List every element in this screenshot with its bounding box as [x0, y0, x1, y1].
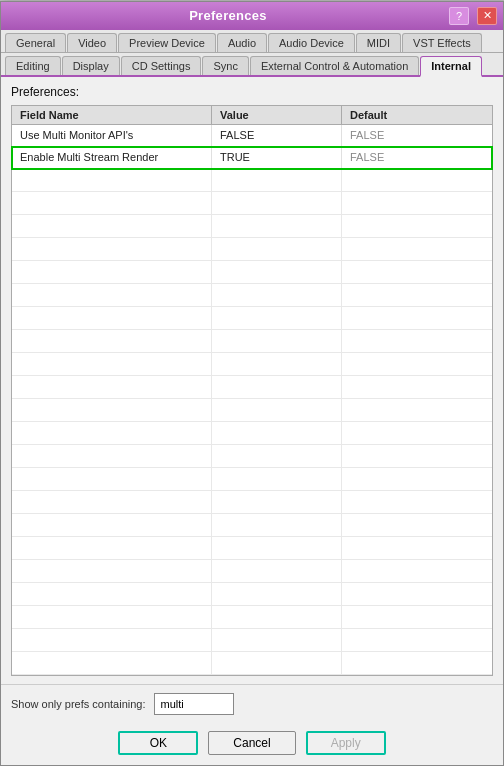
window-title: Preferences: [189, 8, 267, 23]
cell-value-1: TRUE: [212, 147, 342, 168]
tabs-row1: General Video Preview Device Audio Audio…: [1, 30, 503, 53]
tab-display[interactable]: Display: [62, 56, 120, 75]
empty-row: [12, 215, 492, 238]
empty-row: [12, 376, 492, 399]
table-body: Use Multi Monitor API's FALSE FALSE Enab…: [12, 125, 492, 675]
empty-row: [12, 353, 492, 376]
ok-button[interactable]: OK: [118, 731, 198, 755]
cancel-button[interactable]: Cancel: [208, 731, 295, 755]
table-header: Field Name Value Default: [12, 106, 492, 125]
apply-button[interactable]: Apply: [306, 731, 386, 755]
empty-row: [12, 330, 492, 353]
empty-row: [12, 399, 492, 422]
empty-row: [12, 192, 492, 215]
tab-general[interactable]: General: [5, 33, 66, 52]
tab-audio-device[interactable]: Audio Device: [268, 33, 355, 52]
tab-vst-effects[interactable]: VST Effects: [402, 33, 482, 52]
bottom-bar: Show only prefs containing:: [1, 684, 503, 723]
tab-sync[interactable]: Sync: [202, 56, 248, 75]
cell-default-0: FALSE: [342, 125, 492, 146]
tabs-row2: Editing Display CD Settings Sync Externa…: [1, 53, 503, 77]
empty-row: [12, 583, 492, 606]
preferences-window: Preferences ? ✕ General Video Preview De…: [0, 1, 504, 766]
empty-row: [12, 468, 492, 491]
empty-row: [12, 445, 492, 468]
tab-midi[interactable]: MIDI: [356, 33, 401, 52]
empty-row: [12, 652, 492, 675]
section-label: Preferences:: [11, 85, 493, 99]
empty-row: [12, 307, 492, 330]
empty-row: [12, 560, 492, 583]
empty-row: [12, 606, 492, 629]
empty-row: [12, 629, 492, 652]
cell-field-0: Use Multi Monitor API's: [12, 125, 212, 146]
empty-row: [12, 537, 492, 560]
empty-row: [12, 261, 492, 284]
empty-row: [12, 491, 492, 514]
tab-external-control[interactable]: External Control & Automation: [250, 56, 419, 75]
header-default: Default: [342, 106, 492, 124]
show-prefs-label: Show only prefs containing:: [11, 698, 146, 710]
cell-field-1: Enable Multi Stream Render: [12, 147, 212, 168]
help-button[interactable]: ?: [449, 7, 469, 25]
table-row[interactable]: Enable Multi Stream Render TRUE FALSE: [12, 147, 492, 169]
empty-row: [12, 422, 492, 445]
cell-default-1: FALSE: [342, 147, 492, 168]
tab-cd-settings[interactable]: CD Settings: [121, 56, 202, 75]
title-bar-controls: ? ✕: [449, 7, 497, 25]
search-input[interactable]: [154, 693, 234, 715]
tab-internal[interactable]: Internal: [420, 56, 482, 77]
tab-video[interactable]: Video: [67, 33, 117, 52]
empty-row: [12, 169, 492, 192]
tab-audio[interactable]: Audio: [217, 33, 267, 52]
preferences-table: Field Name Value Default Use Multi Monit…: [11, 105, 493, 676]
header-field-name: Field Name: [12, 106, 212, 124]
table-row[interactable]: Use Multi Monitor API's FALSE FALSE: [12, 125, 492, 147]
close-button[interactable]: ✕: [477, 7, 497, 25]
buttons-bar: OK Cancel Apply: [1, 723, 503, 765]
header-value: Value: [212, 106, 342, 124]
content-area: Preferences: Field Name Value Default Us…: [1, 77, 503, 684]
empty-row: [12, 238, 492, 261]
tab-preview-device[interactable]: Preview Device: [118, 33, 216, 52]
tab-editing[interactable]: Editing: [5, 56, 61, 75]
cell-value-0: FALSE: [212, 125, 342, 146]
empty-row: [12, 514, 492, 537]
title-bar: Preferences ? ✕: [1, 2, 503, 30]
empty-row: [12, 284, 492, 307]
